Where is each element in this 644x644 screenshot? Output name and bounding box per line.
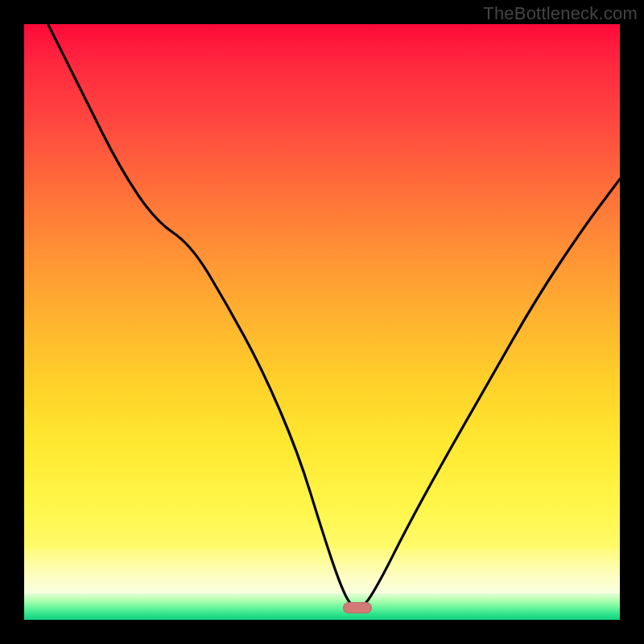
bottleneck-curve (24, 24, 620, 620)
curve-path (48, 24, 620, 608)
chart-frame: TheBottleneck.com (0, 0, 644, 644)
watermark-text: TheBottleneck.com (483, 3, 638, 24)
plot-area (24, 24, 620, 620)
minimum-marker (343, 602, 372, 613)
